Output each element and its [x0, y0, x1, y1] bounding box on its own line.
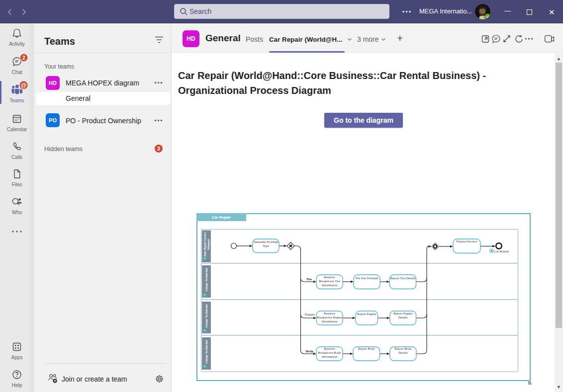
svg-text:Car Repair: Car Repair: [212, 215, 231, 220]
svg-text:Type: Type: [263, 244, 269, 247]
svg-text:Information: Information: [322, 355, 338, 358]
svg-text:Retrieve: Retrieve: [324, 275, 335, 279]
svg-text:Garage Technician: Garage Technician: [205, 304, 208, 328]
svg-text:Repair Body: Repair Body: [358, 347, 375, 350]
svg-text:Garage Technician: Garage Technician: [205, 268, 208, 292]
svg-text:Repair Engine: Repair Engine: [357, 312, 376, 315]
svg-text:@: @: [20, 82, 26, 89]
svg-text:Report Tire Details: Report Tire Details: [390, 276, 416, 280]
svg-text:Retrieve: Retrieve: [324, 347, 335, 350]
svg-text:Breakdown Engine: Breakdown Engine: [317, 315, 342, 319]
svg-text:Manager: Manager: [207, 238, 210, 250]
svg-text:Information: Information: [322, 319, 338, 323]
svg-text:Details: Details: [398, 351, 408, 354]
svg-text:Retrieve: Retrieve: [324, 312, 335, 315]
svg-text:Prepare Invoice: Prepare Invoice: [457, 239, 477, 243]
svg-text:Breakdown Body: Breakdown Body: [318, 351, 341, 354]
svg-text:Report Engine: Report Engine: [393, 312, 412, 315]
svg-text:Auto Repair Service: Auto Repair Service: [203, 232, 206, 257]
svg-text:Body: Body: [306, 350, 314, 353]
svg-text:Car Repair: Car Repair: [494, 249, 509, 253]
svg-text:Details: Details: [398, 315, 408, 319]
svg-text:Fix Tire Problem: Fix Tire Problem: [356, 276, 378, 280]
svg-text:Breakdown Tire: Breakdown Tire: [319, 279, 340, 283]
svg-text:Engine: Engine: [305, 313, 315, 316]
svg-text:Determin Problem: Determin Problem: [254, 240, 279, 243]
svg-text:Garage Technician: Garage Technician: [205, 340, 208, 364]
svg-text:Tire: Tire: [306, 278, 312, 281]
svg-text:2: 2: [22, 55, 25, 61]
svg-text:Report Body: Report Body: [395, 347, 412, 350]
svg-text:Information: Information: [322, 283, 338, 287]
